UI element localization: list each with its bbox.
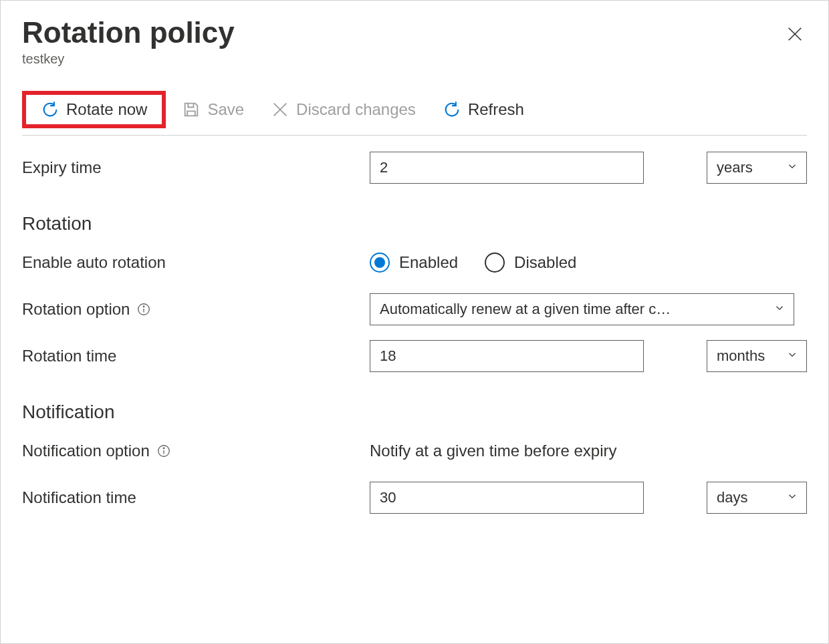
panel-header: Rotation policy testkey xyxy=(22,17,807,67)
rotation-policy-panel: Rotation policy testkey Rotate now Save xyxy=(0,0,829,644)
page-subtitle: testkey xyxy=(22,51,235,67)
auto-rotation-radio-group: Enabled Disabled xyxy=(370,253,576,273)
rotation-time-unit-value: months xyxy=(717,347,765,365)
radio-unselected-icon xyxy=(485,253,505,273)
chevron-down-icon xyxy=(774,301,786,318)
close-icon xyxy=(786,35,804,45)
rotation-heading: Rotation xyxy=(22,213,807,234)
save-icon xyxy=(182,100,201,119)
rotation-time-input[interactable] xyxy=(370,340,644,372)
refresh-label: Refresh xyxy=(468,100,524,119)
notification-time-unit-value: days xyxy=(717,489,747,506)
svg-point-6 xyxy=(144,307,144,307)
page-title: Rotation policy xyxy=(22,17,235,49)
info-icon[interactable] xyxy=(156,444,171,458)
expiry-time-row: Expiry time years xyxy=(22,152,807,184)
save-button[interactable]: Save xyxy=(171,95,255,124)
chevron-down-icon xyxy=(786,159,798,176)
title-block: Rotation policy testkey xyxy=(22,17,235,67)
notification-heading: Notification xyxy=(22,401,807,423)
notification-option-label: Notification option xyxy=(22,442,150,460)
rotation-option-value: Automatically renew at a given time afte… xyxy=(380,301,671,318)
rotate-now-label: Rotate now xyxy=(66,100,147,119)
notification-time-unit-select[interactable]: days xyxy=(707,482,807,514)
refresh-button[interactable]: Refresh xyxy=(432,95,535,124)
rotation-time-label: Rotation time xyxy=(22,347,370,365)
rotation-option-select[interactable]: Automatically renew at a given time afte… xyxy=(370,293,794,325)
svg-point-9 xyxy=(163,448,164,449)
close-button[interactable] xyxy=(783,22,807,48)
disabled-label: Disabled xyxy=(514,253,576,272)
notification-time-label: Notification time xyxy=(22,488,370,507)
expiry-time-label: Expiry time xyxy=(22,158,370,177)
notification-option-row: Notification option Notify at a given ti… xyxy=(22,435,807,467)
info-icon[interactable] xyxy=(136,302,151,317)
discard-label: Discard changes xyxy=(296,100,416,119)
enable-auto-rotation-row: Enable auto rotation Enabled Disabled xyxy=(22,247,807,279)
rotation-option-label: Rotation option xyxy=(22,300,130,319)
radio-selected-icon xyxy=(370,253,390,273)
enable-auto-rotation-label: Enable auto rotation xyxy=(22,253,370,272)
rotate-now-highlight: Rotate now xyxy=(22,91,166,128)
discard-button[interactable]: Discard changes xyxy=(260,95,427,124)
chevron-down-icon xyxy=(786,347,798,365)
form: Expiry time years Rotation Enable auto r… xyxy=(22,152,807,514)
rotation-option-row: Rotation option Automatically renew at a… xyxy=(22,293,807,325)
notification-option-value: Notify at a given time before expiry xyxy=(370,442,617,460)
rotation-time-unit-select[interactable]: months xyxy=(707,340,807,372)
notification-time-row: Notification time days xyxy=(22,482,807,514)
discard-icon xyxy=(271,100,289,119)
toolbar: Rotate now Save Discard changes Refresh xyxy=(22,91,807,136)
chevron-down-icon xyxy=(786,489,798,506)
expiry-time-unit-select[interactable]: years xyxy=(707,152,807,184)
expiry-time-unit-value: years xyxy=(717,159,753,176)
auto-rotation-disabled-radio[interactable]: Disabled xyxy=(485,253,576,273)
refresh-icon xyxy=(443,100,461,119)
rotate-now-button[interactable]: Rotate now xyxy=(26,95,162,124)
notification-time-input[interactable] xyxy=(370,482,644,514)
auto-rotation-enabled-radio[interactable]: Enabled xyxy=(370,253,458,273)
enabled-label: Enabled xyxy=(399,253,458,272)
save-label: Save xyxy=(207,100,244,119)
rotate-icon xyxy=(41,100,60,119)
rotation-time-row: Rotation time months xyxy=(22,340,807,372)
expiry-time-input[interactable] xyxy=(370,152,644,184)
